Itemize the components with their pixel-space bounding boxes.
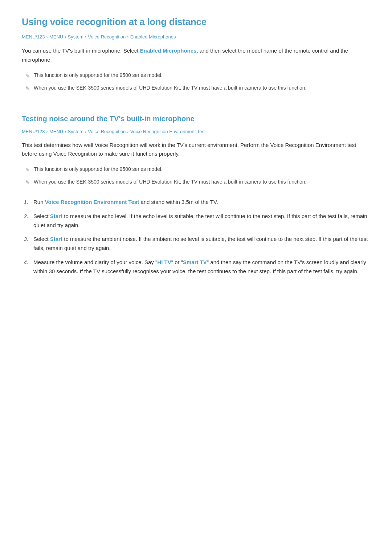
enabled-microphones-link: Enabled Microphones	[140, 48, 197, 54]
section-divider	[22, 104, 370, 104]
section1-note-1-text: This function is only supported for the …	[34, 71, 163, 79]
breadcrumb-section2: MENU/123 › MENU › System › Voice Recogni…	[22, 128, 370, 136]
breadcrumb2-item-menu123: MENU/123	[22, 128, 45, 136]
section2-title: Testing noise around the TV's built-in m…	[22, 113, 370, 124]
pencil-icon-4: ✎	[25, 178, 30, 187]
breadcrumb2-item-system: System	[68, 128, 83, 136]
breadcrumb-item-voice-recognition: Voice Recognition	[88, 33, 126, 41]
smart-tv-link: Smart TV	[183, 259, 207, 265]
pencil-icon-1: ✎	[25, 71, 30, 80]
breadcrumb-item-system: System	[68, 33, 83, 41]
step-1-num: 1.	[22, 198, 28, 207]
steps-list: 1. Run Voice Recognition Environment Tes…	[22, 198, 370, 276]
hi-tv-link: Hi TV	[157, 259, 171, 265]
breadcrumb2-sep4: ›	[127, 128, 128, 136]
breadcrumb2-sep2: ›	[65, 128, 66, 136]
section2-note-2: ✎ When you use the SEK-3500 series model…	[25, 178, 370, 187]
breadcrumb2-item-menu: MENU	[49, 128, 63, 136]
step-1-text: Run Voice Recognition Environment Test a…	[33, 198, 370, 207]
start-link-2: Start	[50, 236, 62, 242]
breadcrumb-item-menu: MENU	[49, 33, 63, 41]
breadcrumb-sep2: ›	[65, 33, 66, 41]
section1-notes: ✎ This function is only supported for th…	[22, 71, 370, 93]
step-3: 3. Select Start to measure the ambient n…	[22, 235, 370, 253]
step-4-text: Measure the volume and clarity of your v…	[33, 258, 370, 276]
section1-note-2: ✎ When you use the SEK-3500 series model…	[25, 84, 370, 93]
step-4-num: 4.	[22, 258, 28, 267]
breadcrumb2-sep1: ›	[46, 128, 48, 136]
step-2-text: Select Start to measure the echo level. …	[33, 212, 370, 230]
breadcrumb-sep4: ›	[127, 33, 128, 41]
step-3-num: 3.	[22, 235, 28, 244]
breadcrumb-section1: MENU/123 › MENU › System › Voice Recogni…	[22, 33, 370, 41]
section2-note-1: ✎ This function is only supported for th…	[25, 165, 370, 174]
breadcrumb-item-menu123: MENU/123	[22, 33, 45, 41]
section2-note-2-text: When you use the SEK-3500 series models …	[34, 178, 306, 186]
env-test-link-1: Voice Recognition Environment Test	[45, 199, 139, 205]
step-2-num: 2.	[22, 212, 28, 221]
breadcrumb2-sep3: ›	[85, 128, 86, 136]
section2-notes: ✎ This function is only supported for th…	[22, 165, 370, 187]
section1-intro: You can use the TV's built-in microphone…	[22, 46, 370, 65]
section2-note-1-text: This function is only supported for the …	[34, 165, 163, 173]
step-4: 4. Measure the volume and clarity of you…	[22, 258, 370, 276]
section1-note-2-text: When you use the SEK-3500 series models …	[34, 84, 306, 92]
step-3-text: Select Start to measure the ambient nois…	[33, 235, 370, 253]
breadcrumb-item-enabled-microphones: Enabled Microphones	[130, 33, 176, 41]
pencil-icon-3: ✎	[25, 165, 30, 174]
pencil-icon-2: ✎	[25, 84, 30, 93]
breadcrumb2-item-voice-recognition: Voice Recognition	[88, 128, 126, 136]
page-title: Using voice recognition at a long distan…	[22, 15, 370, 30]
step-1: 1. Run Voice Recognition Environment Tes…	[22, 198, 370, 207]
section2-intro: This test determines how well Voice Reco…	[22, 141, 370, 159]
breadcrumb-sep3: ›	[85, 33, 86, 41]
step-2: 2. Select Start to measure the echo leve…	[22, 212, 370, 230]
start-link-1: Start	[50, 213, 62, 219]
breadcrumb-sep1: ›	[46, 33, 48, 41]
breadcrumb2-item-env-test: Voice Recognition Environment Test	[130, 128, 206, 136]
section1-note-1: ✎ This function is only supported for th…	[25, 71, 370, 80]
